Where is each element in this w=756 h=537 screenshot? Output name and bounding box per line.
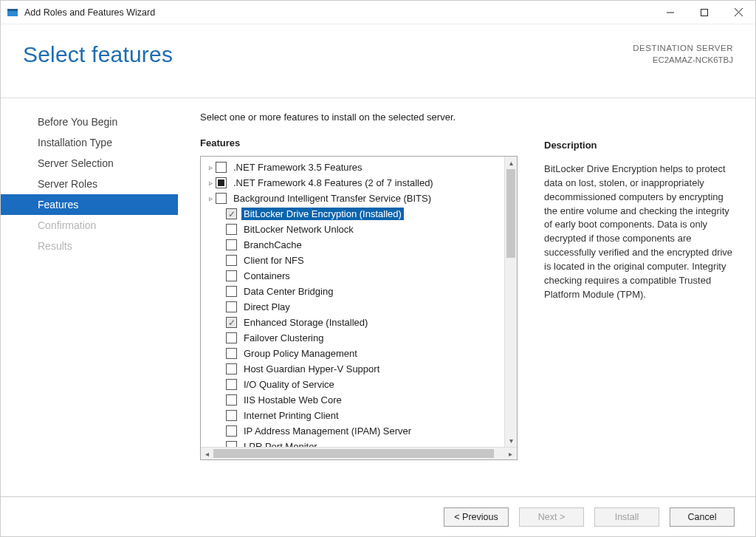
feature-row[interactable]: Direct Play bbox=[201, 299, 504, 315]
next-button[interactable]: Next > bbox=[519, 507, 584, 527]
titlebar: Add Roles and Features Wizard bbox=[1, 1, 755, 24]
feature-row[interactable]: ▹Background Intelligent Transfer Service… bbox=[201, 191, 504, 206]
feature-label: I/O Quality of Service bbox=[241, 378, 337, 391]
feature-label: BranchCache bbox=[241, 239, 304, 251]
feature-label: Internet Printing Client bbox=[241, 409, 341, 422]
feature-label: Enhanced Storage (Installed) bbox=[241, 316, 370, 329]
hscroll-thumb[interactable] bbox=[213, 449, 494, 458]
features-box: ▹.NET Framework 3.5 Features▹.NET Framew… bbox=[200, 156, 518, 460]
scroll-left-icon[interactable]: ◂ bbox=[201, 450, 213, 458]
window-title: Add Roles and Features Wizard bbox=[24, 7, 155, 18]
feature-label: .NET Framework 3.5 Features bbox=[231, 161, 365, 174]
feature-label: IIS Hostable Web Core bbox=[241, 394, 344, 406]
feature-label: Direct Play bbox=[241, 301, 292, 313]
feature-row[interactable]: I/O Quality of Service bbox=[201, 377, 504, 392]
feature-row[interactable]: Internet Printing Client bbox=[201, 408, 504, 423]
app-icon bbox=[7, 7, 18, 18]
feature-checkbox[interactable] bbox=[226, 239, 237, 250]
nav-item-before-you-begin[interactable]: Before You Begin bbox=[1, 112, 178, 132]
feature-checkbox[interactable] bbox=[226, 317, 237, 328]
wizard-header: Select features DESTINATION SERVER EC2AM… bbox=[1, 24, 755, 98]
feature-checkbox[interactable] bbox=[226, 270, 237, 281]
content-area: Select one or more features to install o… bbox=[178, 98, 755, 496]
feature-checkbox[interactable] bbox=[216, 177, 227, 188]
expander-icon[interactable]: ▹ bbox=[205, 194, 216, 202]
feature-row[interactable]: ▹.NET Framework 4.8 Features (2 of 7 ins… bbox=[201, 175, 504, 191]
feature-label: Background Intelligent Transfer Service … bbox=[231, 192, 433, 205]
feature-checkbox[interactable] bbox=[216, 193, 227, 204]
feature-label: Group Policy Management bbox=[241, 347, 360, 360]
destination-server: DESTINATION SERVER EC2AMAZ-NCK6TBJ bbox=[633, 42, 733, 66]
svg-rect-1 bbox=[7, 9, 18, 11]
feature-label: LPR Port Monitor bbox=[241, 440, 320, 447]
feature-row[interactable]: Containers bbox=[201, 268, 504, 284]
feature-checkbox[interactable] bbox=[226, 425, 237, 437]
install-button[interactable]: Install bbox=[594, 507, 659, 527]
feature-row[interactable]: Group Policy Management bbox=[201, 346, 504, 361]
feature-label: Client for NFS bbox=[241, 254, 306, 267]
destination-value: EC2AMAZ-NCK6TBJ bbox=[633, 54, 733, 66]
feature-checkbox[interactable] bbox=[226, 255, 237, 266]
feature-checkbox[interactable] bbox=[216, 162, 227, 173]
feature-checkbox[interactable] bbox=[226, 394, 237, 406]
nav-item-confirmation: Confirmation bbox=[1, 215, 178, 236]
feature-row[interactable]: Enhanced Storage (Installed) bbox=[201, 315, 504, 330]
feature-row[interactable]: ▹.NET Framework 3.5 Features bbox=[201, 160, 504, 175]
vertical-scrollbar[interactable]: ▴ ▾ bbox=[504, 157, 517, 447]
description-label: Description bbox=[544, 140, 735, 151]
feature-checkbox[interactable] bbox=[226, 410, 237, 421]
feature-checkbox[interactable] bbox=[226, 332, 237, 343]
description-text: BitLocker Drive Encryption helps to prot… bbox=[544, 163, 735, 301]
feature-row[interactable]: BitLocker Drive Encryption (Installed) bbox=[201, 206, 504, 222]
cancel-button[interactable]: Cancel bbox=[670, 507, 735, 527]
feature-row[interactable]: IIS Hostable Web Core bbox=[201, 392, 504, 408]
scroll-up-icon[interactable]: ▴ bbox=[505, 157, 517, 169]
feature-checkbox[interactable] bbox=[226, 363, 237, 374]
feature-checkbox[interactable] bbox=[226, 348, 237, 359]
nav-item-server-roles[interactable]: Server Roles bbox=[1, 174, 178, 194]
nav-item-features[interactable]: Features bbox=[1, 194, 178, 215]
feature-label: IP Address Management (IPAM) Server bbox=[241, 425, 413, 437]
wizard-footer: < Previous Next > Install Cancel bbox=[1, 496, 755, 536]
feature-checkbox[interactable] bbox=[226, 379, 237, 390]
feature-label: BitLocker Network Unlock bbox=[241, 223, 356, 236]
feature-row[interactable]: Client for NFS bbox=[201, 253, 504, 268]
instruction-text: Select one or more features to install o… bbox=[200, 112, 518, 123]
svg-rect-3 bbox=[701, 9, 708, 16]
feature-label: Host Guardian Hyper-V Support bbox=[241, 363, 382, 375]
feature-checkbox[interactable] bbox=[226, 441, 237, 447]
destination-label: DESTINATION SERVER bbox=[633, 42, 733, 54]
scroll-down-icon[interactable]: ▾ bbox=[505, 434, 517, 447]
expander-icon[interactable]: ▹ bbox=[205, 179, 216, 187]
maximize-button[interactable] bbox=[687, 1, 721, 24]
feature-label: BitLocker Drive Encryption (Installed) bbox=[241, 208, 404, 220]
nav-item-results: Results bbox=[1, 236, 178, 256]
feature-checkbox[interactable] bbox=[226, 301, 237, 312]
page-title: Select features bbox=[23, 42, 173, 67]
feature-label: Containers bbox=[241, 270, 292, 282]
feature-label: Failover Clustering bbox=[241, 332, 326, 344]
close-button[interactable] bbox=[721, 1, 755, 24]
feature-row[interactable]: LPR Port Monitor bbox=[201, 439, 504, 447]
previous-button[interactable]: < Previous bbox=[444, 507, 509, 527]
feature-checkbox[interactable] bbox=[226, 208, 237, 219]
minimize-button[interactable] bbox=[653, 1, 687, 24]
feature-row[interactable]: IP Address Management (IPAM) Server bbox=[201, 423, 504, 439]
features-tree[interactable]: ▹.NET Framework 3.5 Features▹.NET Framew… bbox=[201, 157, 504, 447]
feature-label: .NET Framework 4.8 Features (2 of 7 inst… bbox=[231, 177, 436, 189]
nav-item-server-selection[interactable]: Server Selection bbox=[1, 153, 178, 174]
main-area: Before You BeginInstallation TypeServer … bbox=[1, 98, 755, 496]
nav-item-installation-type[interactable]: Installation Type bbox=[1, 132, 178, 153]
feature-checkbox[interactable] bbox=[226, 224, 237, 235]
scroll-thumb[interactable] bbox=[506, 169, 515, 258]
scroll-right-icon[interactable]: ▸ bbox=[504, 450, 517, 458]
horizontal-scrollbar[interactable]: ◂ ▸ bbox=[201, 447, 517, 459]
expander-icon[interactable]: ▹ bbox=[205, 163, 216, 171]
feature-row[interactable]: Failover Clustering bbox=[201, 330, 504, 346]
feature-row[interactable]: BitLocker Network Unlock bbox=[201, 222, 504, 237]
feature-row[interactable]: Host Guardian Hyper-V Support bbox=[201, 361, 504, 377]
wizard-nav: Before You BeginInstallation TypeServer … bbox=[1, 98, 178, 496]
feature-row[interactable]: BranchCache bbox=[201, 237, 504, 253]
feature-row[interactable]: Data Center Bridging bbox=[201, 284, 504, 299]
feature-checkbox[interactable] bbox=[226, 286, 237, 297]
